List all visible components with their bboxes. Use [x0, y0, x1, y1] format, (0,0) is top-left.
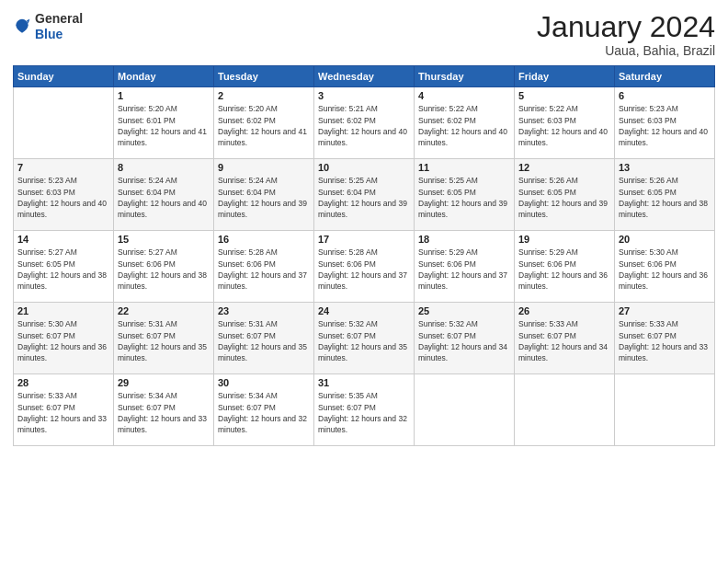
cell-w1-d5: 5 Sunrise: 5:22 AM Sunset: 6:03 PM Dayli… [515, 87, 615, 159]
cell-w2-d1: 8 Sunrise: 5:24 AM Sunset: 6:04 PM Dayli… [114, 159, 214, 231]
subtitle: Uaua, Bahia, Brazil [537, 43, 715, 58]
calendar-page: General Blue January 2024 Uaua, Bahia, B… [0, 0, 728, 563]
cell-w5-d3: 31 Sunrise: 5:35 AM Sunset: 6:07 PM Dayl… [314, 374, 415, 446]
header: General Blue January 2024 Uaua, Bahia, B… [13, 11, 715, 58]
day-number: 18 [418, 234, 510, 245]
day-info: Sunrise: 5:22 AM Sunset: 6:02 PM Dayligh… [418, 103, 510, 148]
day-number: 12 [518, 162, 610, 173]
col-monday: Monday [114, 66, 214, 87]
day-info: Sunrise: 5:21 AM Sunset: 6:02 PM Dayligh… [318, 103, 410, 148]
day-info: Sunrise: 5:23 AM Sunset: 6:03 PM Dayligh… [17, 175, 109, 220]
day-info: Sunrise: 5:30 AM Sunset: 6:06 PM Dayligh… [619, 247, 711, 292]
day-info: Sunrise: 5:20 AM Sunset: 6:02 PM Dayligh… [218, 103, 310, 148]
day-number: 3 [318, 90, 410, 101]
cell-w2-d0: 7 Sunrise: 5:23 AM Sunset: 6:03 PM Dayli… [14, 159, 114, 231]
cell-w2-d2: 9 Sunrise: 5:24 AM Sunset: 6:04 PM Dayli… [214, 159, 314, 231]
cell-w5-d6 [615, 374, 715, 446]
day-number: 13 [619, 162, 711, 173]
cell-w5-d2: 30 Sunrise: 5:34 AM Sunset: 6:07 PM Dayl… [214, 374, 314, 446]
logo-general: General [35, 11, 83, 26]
calendar-header: Sunday Monday Tuesday Wednesday Thursday… [14, 66, 715, 87]
col-wednesday: Wednesday [314, 66, 415, 87]
day-info: Sunrise: 5:31 AM Sunset: 6:07 PM Dayligh… [218, 318, 310, 363]
title-block: January 2024 Uaua, Bahia, Brazil [537, 11, 715, 58]
day-info: Sunrise: 5:31 AM Sunset: 6:07 PM Dayligh… [118, 318, 210, 363]
day-number: 10 [318, 162, 410, 173]
day-number: 28 [17, 377, 109, 388]
day-number: 14 [17, 234, 109, 245]
col-sunday: Sunday [14, 66, 114, 87]
cell-w4-d2: 23 Sunrise: 5:31 AM Sunset: 6:07 PM Dayl… [214, 303, 314, 374]
day-number: 9 [218, 162, 310, 173]
cell-w2-d5: 12 Sunrise: 5:26 AM Sunset: 6:05 PM Dayl… [515, 159, 615, 231]
cell-w1-d2: 2 Sunrise: 5:20 AM Sunset: 6:02 PM Dayli… [214, 87, 314, 159]
cell-w4-d5: 26 Sunrise: 5:33 AM Sunset: 6:07 PM Dayl… [515, 303, 615, 374]
cell-w1-d1: 1 Sunrise: 5:20 AM Sunset: 6:01 PM Dayli… [114, 87, 214, 159]
day-info: Sunrise: 5:28 AM Sunset: 6:06 PM Dayligh… [318, 247, 410, 292]
week-row-4: 21 Sunrise: 5:30 AM Sunset: 6:07 PM Dayl… [14, 303, 715, 374]
day-number: 5 [518, 90, 610, 101]
day-info: Sunrise: 5:33 AM Sunset: 6:07 PM Dayligh… [518, 318, 610, 363]
day-info: Sunrise: 5:22 AM Sunset: 6:03 PM Dayligh… [518, 103, 610, 148]
day-number: 24 [318, 305, 410, 316]
day-number: 1 [118, 90, 210, 101]
day-info: Sunrise: 5:25 AM Sunset: 6:04 PM Dayligh… [318, 175, 410, 220]
cell-w2-d3: 10 Sunrise: 5:25 AM Sunset: 6:04 PM Dayl… [314, 159, 415, 231]
day-number: 16 [218, 234, 310, 245]
cell-w3-d3: 17 Sunrise: 5:28 AM Sunset: 6:06 PM Dayl… [314, 231, 415, 303]
cell-w5-d1: 29 Sunrise: 5:34 AM Sunset: 6:07 PM Dayl… [114, 374, 214, 446]
cell-w4-d1: 22 Sunrise: 5:31 AM Sunset: 6:07 PM Dayl… [114, 303, 214, 374]
week-row-5: 28 Sunrise: 5:33 AM Sunset: 6:07 PM Dayl… [14, 374, 715, 446]
day-number: 27 [619, 305, 711, 316]
cell-w1-d3: 3 Sunrise: 5:21 AM Sunset: 6:02 PM Dayli… [314, 87, 415, 159]
day-number: 21 [17, 305, 109, 316]
day-info: Sunrise: 5:23 AM Sunset: 6:03 PM Dayligh… [619, 103, 711, 148]
day-number: 30 [218, 377, 310, 388]
cell-w3-d1: 15 Sunrise: 5:27 AM Sunset: 6:06 PM Dayl… [114, 231, 214, 303]
logo: General Blue [13, 11, 83, 42]
day-info: Sunrise: 5:30 AM Sunset: 6:07 PM Dayligh… [17, 318, 109, 363]
cell-w4-d6: 27 Sunrise: 5:33 AM Sunset: 6:07 PM Dayl… [615, 303, 715, 374]
day-number: 25 [418, 305, 510, 316]
col-tuesday: Tuesday [214, 66, 314, 87]
day-info: Sunrise: 5:35 AM Sunset: 6:07 PM Dayligh… [318, 390, 410, 435]
day-info: Sunrise: 5:26 AM Sunset: 6:05 PM Dayligh… [619, 175, 711, 220]
day-number: 23 [218, 305, 310, 316]
day-info: Sunrise: 5:32 AM Sunset: 6:07 PM Dayligh… [418, 318, 510, 363]
day-info: Sunrise: 5:29 AM Sunset: 6:06 PM Dayligh… [518, 247, 610, 292]
cell-w3-d2: 16 Sunrise: 5:28 AM Sunset: 6:06 PM Dayl… [214, 231, 314, 303]
col-friday: Friday [515, 66, 615, 87]
day-number: 26 [518, 305, 610, 316]
calendar-body: 1 Sunrise: 5:20 AM Sunset: 6:01 PM Dayli… [14, 87, 715, 446]
day-number: 6 [619, 90, 711, 101]
cell-w3-d5: 19 Sunrise: 5:29 AM Sunset: 6:06 PM Dayl… [515, 231, 615, 303]
day-info: Sunrise: 5:26 AM Sunset: 6:05 PM Dayligh… [518, 175, 610, 220]
cell-w3-d0: 14 Sunrise: 5:27 AM Sunset: 6:05 PM Dayl… [14, 231, 114, 303]
day-info: Sunrise: 5:34 AM Sunset: 6:07 PM Dayligh… [218, 390, 310, 435]
cell-w1-d6: 6 Sunrise: 5:23 AM Sunset: 6:03 PM Dayli… [615, 87, 715, 159]
week-row-1: 1 Sunrise: 5:20 AM Sunset: 6:01 PM Dayli… [14, 87, 715, 159]
logo-blue: Blue [35, 27, 63, 41]
day-info: Sunrise: 5:34 AM Sunset: 6:07 PM Dayligh… [118, 390, 210, 435]
col-thursday: Thursday [415, 66, 515, 87]
day-number: 4 [418, 90, 510, 101]
day-number: 22 [118, 305, 210, 316]
cell-w5-d4 [415, 374, 515, 446]
day-info: Sunrise: 5:32 AM Sunset: 6:07 PM Dayligh… [318, 318, 410, 363]
cell-w3-d4: 18 Sunrise: 5:29 AM Sunset: 6:06 PM Dayl… [415, 231, 515, 303]
col-saturday: Saturday [615, 66, 715, 87]
cell-w4-d4: 25 Sunrise: 5:32 AM Sunset: 6:07 PM Dayl… [415, 303, 515, 374]
day-info: Sunrise: 5:27 AM Sunset: 6:06 PM Dayligh… [118, 247, 210, 292]
day-info: Sunrise: 5:33 AM Sunset: 6:07 PM Dayligh… [619, 318, 711, 363]
day-info: Sunrise: 5:33 AM Sunset: 6:07 PM Dayligh… [17, 390, 109, 435]
day-number: 19 [518, 234, 610, 245]
week-row-2: 7 Sunrise: 5:23 AM Sunset: 6:03 PM Dayli… [14, 159, 715, 231]
cell-w5-d5 [515, 374, 615, 446]
cell-w3-d6: 20 Sunrise: 5:30 AM Sunset: 6:06 PM Dayl… [615, 231, 715, 303]
cell-w1-d4: 4 Sunrise: 5:22 AM Sunset: 6:02 PM Dayli… [415, 87, 515, 159]
cell-w4-d3: 24 Sunrise: 5:32 AM Sunset: 6:07 PM Dayl… [314, 303, 415, 374]
day-info: Sunrise: 5:29 AM Sunset: 6:06 PM Dayligh… [418, 247, 510, 292]
day-number: 7 [17, 162, 109, 173]
day-number: 31 [318, 377, 410, 388]
day-info: Sunrise: 5:24 AM Sunset: 6:04 PM Dayligh… [218, 175, 310, 220]
